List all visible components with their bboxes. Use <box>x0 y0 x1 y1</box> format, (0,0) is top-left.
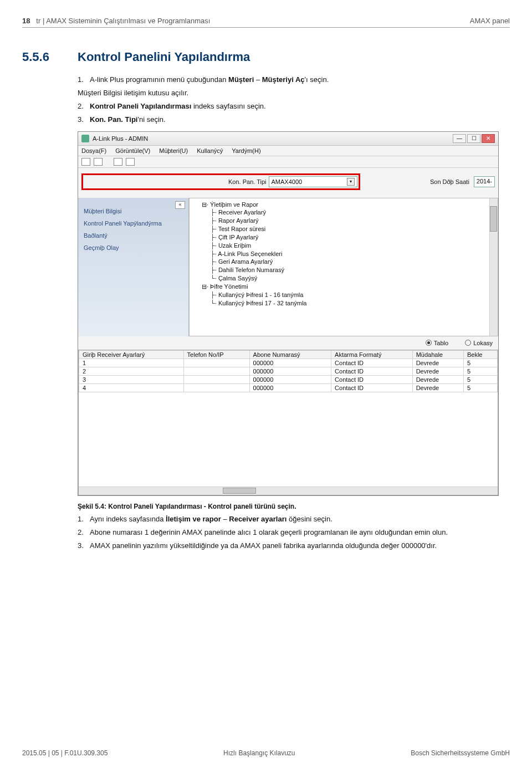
grid-cell[interactable] <box>183 375 249 383</box>
sidebar-item[interactable]: Müþteri Bilgisi <box>84 208 183 214</box>
tree-node[interactable]: └· Çalma Sayýsý <box>194 274 495 283</box>
tree-node[interactable]: ├· Test Rapor süresi <box>194 225 495 233</box>
menu-item[interactable]: Dosya(F) <box>81 147 106 154</box>
receiver-grid[interactable]: Giriþ Receiver AyarlarýTelefon No/IPAbon… <box>78 350 498 495</box>
grid-cell[interactable]: Contact ID <box>331 367 413 375</box>
tree-node[interactable]: ├· Receiver Ayarlarý <box>194 208 495 217</box>
section-number: 5.5.6 <box>22 50 61 64</box>
sidebar-item[interactable]: Kontrol Paneli Yapýlandýrma <box>84 220 183 227</box>
grid-cell[interactable]: 2 <box>79 367 184 375</box>
steps-after-figure: 1.Aynı indeks sayfasında İletişim ve rap… <box>78 514 510 551</box>
chevron-down-icon[interactable]: ▾ <box>347 178 355 186</box>
grid-header-cell[interactable]: Müdahale <box>412 350 463 359</box>
grid-cell[interactable]: 5 <box>463 375 497 383</box>
section-heading: 5.5.6 Kontrol Panelini Yapılandırma <box>22 50 510 64</box>
tree-node[interactable]: └· Kullanýcý Þifresi 17 - 32 tanýmla <box>194 299 495 308</box>
app-window: A-Link Plus - ADMIN — ☐ ✕ Dosya(F)Görünt… <box>78 131 499 496</box>
close-button[interactable]: ✕ <box>482 134 495 143</box>
page-header: 18 tr | AMAX Sisteminin Çalıştırılması v… <box>22 17 510 28</box>
toolbar-icon-1[interactable] <box>81 158 90 166</box>
radio-dot-icon <box>465 340 471 346</box>
toolbar-icon-2[interactable] <box>94 158 103 166</box>
menu-item[interactable]: Görüntüle(V) <box>115 147 150 154</box>
step-line: 3.Kon. Pan. Tipi'ni seçin. <box>78 114 510 125</box>
grid-cell[interactable]: 4 <box>79 383 184 392</box>
grid-header-cell[interactable]: Giriþ Receiver Ayarlarý <box>79 350 184 359</box>
maximize-button[interactable]: ☐ <box>467 134 480 143</box>
toolbar-icon-4[interactable] <box>126 158 135 166</box>
tree-node[interactable]: ⊟· Ýletiþim ve Rapor <box>194 201 495 209</box>
radio-tablo[interactable]: Tablo <box>426 340 448 346</box>
table-row[interactable]: 2000000Contact IDDevrede5 <box>79 367 498 375</box>
sidebar-item[interactable]: Geçmiþ Olay <box>84 244 183 251</box>
radio-lokasy[interactable]: Lokasy <box>465 340 493 346</box>
grid-cell[interactable]: Devrede <box>412 367 463 375</box>
grid-cell[interactable]: 1 <box>79 359 184 367</box>
header-right: AMAX panel <box>470 17 510 25</box>
tree-node[interactable]: ⊟· Þifre Yönetimi <box>194 283 495 291</box>
header-left: 18 tr | AMAX Sisteminin Çalıştırılması v… <box>22 17 210 25</box>
grid-hscroll[interactable] <box>79 487 498 495</box>
panel-type-row: Kon. Pan. Tipi AMAX4000 ▾ Son Dðþ Saati … <box>78 168 498 198</box>
tree-node[interactable]: ├· A-Link Plus Seçenekleri <box>194 250 495 258</box>
table-row[interactable]: 1000000Contact IDDevrede5 <box>79 359 498 367</box>
grid-cell[interactable]: 000000 <box>249 367 331 375</box>
grid-cell[interactable]: 000000 <box>249 383 331 392</box>
tree-node[interactable]: ├· Çift IP Ayarlarý <box>194 233 495 242</box>
collapse-icon[interactable]: « <box>175 201 185 209</box>
grid-cell[interactable]: Contact ID <box>331 375 413 383</box>
grid-cell[interactable]: Devrede <box>412 359 463 367</box>
config-tree[interactable]: ⊟· Ýletiþim ve Rapor├· Receiver Ayarlarý… <box>189 198 498 336</box>
tree-node[interactable]: ├· Rapor Ayarlarý <box>194 217 495 225</box>
radio-lokasy-label: Lokasy <box>473 340 493 346</box>
grid-cell[interactable]: 000000 <box>249 375 331 383</box>
grid-header-cell[interactable]: Aktarma Formatý <box>331 350 413 359</box>
radio-tablo-label: Tablo <box>434 340 448 346</box>
tree-scrollbar[interactable] <box>489 198 498 336</box>
toolbar <box>78 156 498 168</box>
grid-header-cell[interactable]: Bekle <box>463 350 497 359</box>
grid-cell[interactable]: 5 <box>463 367 497 375</box>
grid-cell[interactable]: 5 <box>463 359 497 367</box>
date-field[interactable]: 2014- <box>474 176 495 187</box>
grid-cell[interactable]: 3 <box>79 375 184 383</box>
grid-empty-area <box>79 392 498 487</box>
grid-cell[interactable] <box>183 359 249 367</box>
section-title: Kontrol Panelini Yapılandırma <box>78 50 250 64</box>
toolbar-icon-3[interactable] <box>114 158 122 166</box>
figure-caption: Şekil 5.4: Kontrol Paneli Yapılandırması… <box>78 503 510 510</box>
menu-item[interactable]: Yardým(H) <box>232 147 260 154</box>
grid-cell[interactable]: Contact ID <box>331 383 413 392</box>
app-icon <box>81 135 89 142</box>
step-line: 2.Kontrol Paneli Yapılandırması indeks s… <box>78 101 510 112</box>
grid-cell[interactable]: Devrede <box>412 383 463 392</box>
grid-cell[interactable]: Devrede <box>412 375 463 383</box>
step-line: Müşteri Bilgisi iletişim kutusu açılır. <box>78 88 510 99</box>
last-update-label: Son Dðþ Saati <box>430 178 469 185</box>
grid-cell[interactable]: 000000 <box>249 359 331 367</box>
grid-cell[interactable]: Contact ID <box>331 359 413 367</box>
panel-type-combo[interactable]: AMAX4000 ▾ <box>269 176 357 187</box>
footer-left: 2015.05 | 05 | F.01U.309.305 <box>22 749 108 757</box>
table-row[interactable]: 4000000Contact IDDevrede5 <box>79 383 498 392</box>
tree-node[interactable]: ├· Geri Arama Ayarlarý <box>194 258 495 266</box>
tree-node[interactable]: ├· Uzak Eriþim <box>194 242 495 250</box>
minimize-button[interactable]: — <box>453 134 466 143</box>
menu-item[interactable]: Kullanýcý <box>197 147 223 154</box>
sidebar-item[interactable]: Baðlantý <box>84 232 183 239</box>
grid-cell[interactable]: 5 <box>463 383 497 392</box>
table-row[interactable]: 3000000Contact IDDevrede5 <box>79 375 498 383</box>
tree-node[interactable]: ├· Kullanýcý Þifresi 1 - 16 tanýmla <box>194 291 495 299</box>
hscroll-thumb[interactable] <box>223 488 256 494</box>
grid-header-cell[interactable]: Abone Numarasý <box>249 350 331 359</box>
toolbar-spacer <box>106 158 110 166</box>
grid-cell[interactable] <box>183 367 249 375</box>
titlebar-left: A-Link Plus - ADMIN <box>81 135 148 142</box>
menu-item[interactable]: Müþteri(U) <box>159 147 188 154</box>
window-buttons: — ☐ ✕ <box>453 134 495 143</box>
scroll-thumb[interactable] <box>490 206 497 232</box>
grid-cell[interactable] <box>183 383 249 392</box>
step-line: 1.Aynı indeks sayfasında İletişim ve rap… <box>78 514 510 525</box>
tree-node[interactable]: ├· Dahili Telefon Numarasý <box>194 266 495 274</box>
grid-header-cell[interactable]: Telefon No/IP <box>183 350 249 359</box>
